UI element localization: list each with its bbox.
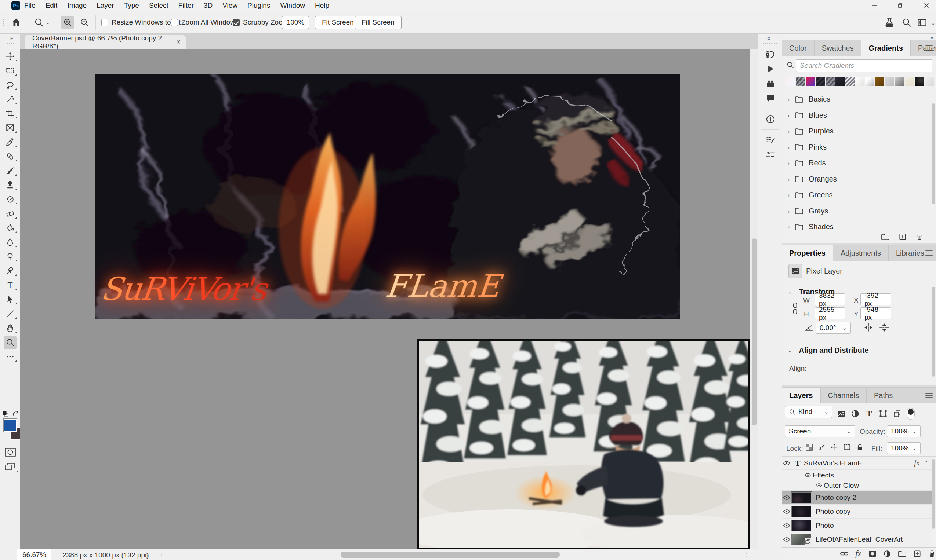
pen-tool[interactable] (0, 264, 20, 278)
gradient-folder-reds[interactable]: ›Reds (782, 155, 936, 171)
menu-image[interactable]: Image (67, 2, 86, 9)
lock-position-icon[interactable] (830, 443, 838, 451)
fill-screen-button[interactable]: Fill Screen (355, 16, 402, 29)
gradient-folder-purples[interactable]: ›Purples (782, 123, 936, 139)
angle-combo[interactable]: 0.00°⌄ (816, 322, 851, 334)
tech-preview-icon[interactable] (884, 17, 895, 28)
menu-plugins[interactable]: Plugins (247, 2, 270, 9)
opacity-combo[interactable]: 100%⌄ (887, 425, 921, 437)
minimize-button[interactable] (866, 0, 883, 11)
layer-name[interactable]: LifeOfAFallenLeaf_CoverArt (816, 535, 903, 543)
gradient-swatch[interactable] (786, 77, 795, 86)
lasso-tool[interactable] (0, 78, 20, 92)
lock-all-icon[interactable] (856, 443, 864, 451)
height-input[interactable]: 2555 px (815, 307, 845, 319)
filter-smart-objects-icon[interactable] (893, 409, 902, 418)
gradient-swatch[interactable] (855, 77, 864, 86)
history-brush-tool[interactable] (0, 192, 20, 206)
tab-color[interactable]: Color (782, 40, 814, 56)
gradients-scrollbar-thumb[interactable] (931, 103, 935, 204)
options-grip[interactable] (3, 18, 5, 27)
lock-artboard-icon[interactable] (843, 443, 851, 451)
visibility-eye-icon[interactable] (803, 473, 813, 477)
scroll-left-arrow[interactable]: 〈 (157, 552, 163, 559)
layer-row-text[interactable]: T SuRviVor's FLamE fx ⌃ (782, 457, 932, 470)
eyedropper-tool[interactable] (0, 135, 20, 149)
scrubby-zoom-checkbox[interactable]: Scrubby Zoom (233, 11, 288, 34)
width-input[interactable]: 3832 px (815, 293, 845, 306)
align-section-header[interactable]: ⌄ Align and Distribute (788, 346, 869, 355)
expand-dock-icon[interactable]: « (767, 35, 769, 41)
gradient-swatch[interactable] (845, 77, 854, 86)
panel-menu-icon[interactable] (925, 45, 933, 51)
clone-stamp-tool[interactable] (0, 178, 20, 192)
gradient-swatch[interactable] (816, 77, 825, 86)
gradient-swatch[interactable] (915, 77, 924, 86)
tab-adjustments[interactable]: Adjustments (833, 245, 889, 261)
swap-colors-icon[interactable] (12, 410, 19, 417)
gradient-folder-greens[interactable]: ›Greens (782, 187, 936, 203)
line-tool[interactable] (0, 306, 20, 321)
layer-row-effects[interactable]: Effects (782, 470, 932, 480)
toolbar-grip[interactable] (4, 43, 17, 44)
close-button[interactable] (918, 0, 935, 11)
tab-swatches[interactable]: Swatches (814, 40, 862, 56)
tab-layers[interactable]: Layers (782, 388, 821, 403)
layers-scrollbar-thumb[interactable] (931, 459, 935, 529)
panel-menu-icon[interactable] (925, 250, 933, 256)
healing-brush-tool[interactable] (0, 149, 20, 163)
gradient-folder-blues[interactable]: ›Blues (782, 108, 936, 124)
menu-edit[interactable]: Edit (46, 2, 58, 9)
menu-help[interactable]: Help (315, 2, 329, 9)
new-layer-icon[interactable] (913, 550, 921, 558)
menu-type[interactable]: Type (124, 2, 139, 9)
chevron-down-icon[interactable]: ⌄ (931, 20, 936, 26)
object-selection-tool[interactable] (0, 92, 20, 106)
x-input[interactable]: -392 px (860, 293, 891, 306)
properties-scrollbar-thumb[interactable] (931, 287, 935, 377)
banner-artwork[interactable]: SuRViVor's FLamE (95, 74, 680, 319)
collapse-toolbar-icon[interactable]: » (10, 35, 12, 41)
history-panel-icon[interactable] (758, 47, 782, 62)
menu-3d[interactable]: 3D (204, 2, 213, 9)
menu-file[interactable]: File (24, 2, 35, 9)
new-gradient-icon[interactable] (899, 233, 907, 241)
y-input[interactable]: -948 px (860, 307, 891, 319)
tab-close-icon[interactable]: × (176, 38, 180, 46)
document-tab[interactable]: CoverBanner.psd @ 66.7% (Photo copy 2, R… (25, 35, 186, 49)
search-icon[interactable] (902, 17, 912, 28)
lock-transparency-icon[interactable] (805, 443, 813, 451)
layer-name[interactable]: Photo (816, 522, 834, 529)
layer-thumbnail[interactable] (791, 520, 811, 531)
layer-row-outer-glow[interactable]: Outer Glow (782, 480, 932, 491)
eraser-tool[interactable] (0, 206, 20, 221)
more-tools[interactable] (0, 349, 20, 364)
restore-button[interactable] (891, 0, 908, 11)
filter-adjustment-layers-icon[interactable] (851, 409, 860, 418)
tab-properties[interactable]: Properties (782, 245, 833, 261)
gradient-folder-grays[interactable]: ›Grays (782, 203, 936, 219)
layer-name[interactable]: Photo copy (816, 508, 850, 515)
menu-select[interactable]: Select (149, 2, 168, 9)
search-gradients-input[interactable]: Search Gradients (796, 59, 932, 72)
layer-name[interactable]: Photo copy 2 (816, 494, 856, 502)
new-group-icon[interactable] (898, 550, 907, 557)
gradient-swatch[interactable] (806, 77, 815, 86)
zoom-all-windows-checkbox[interactable]: Zoom All Windows (171, 11, 239, 34)
visibility-eye-icon[interactable] (782, 495, 791, 500)
flip-vertical-icon[interactable] (879, 323, 890, 332)
new-group-icon[interactable] (881, 233, 890, 241)
default-colors-icon[interactable] (2, 411, 9, 418)
brushes-panel-icon[interactable] (758, 148, 782, 162)
filter-type-layers-icon[interactable]: T (865, 409, 874, 418)
gradient-swatch[interactable] (895, 77, 904, 86)
menu-window[interactable]: Window (280, 2, 305, 9)
scroll-right-arrow[interactable]: 〉 (745, 552, 751, 559)
delete-icon[interactable] (916, 233, 924, 241)
screen-mode-icon[interactable] (5, 462, 15, 472)
home-icon[interactable] (11, 17, 21, 28)
gradient-swatch[interactable] (885, 77, 894, 86)
layer-fx-badge[interactable]: fx (914, 458, 919, 468)
menu-filter[interactable]: Filter (178, 2, 194, 9)
kind-filter-combo[interactable]: Kind ⌄ (785, 406, 833, 418)
